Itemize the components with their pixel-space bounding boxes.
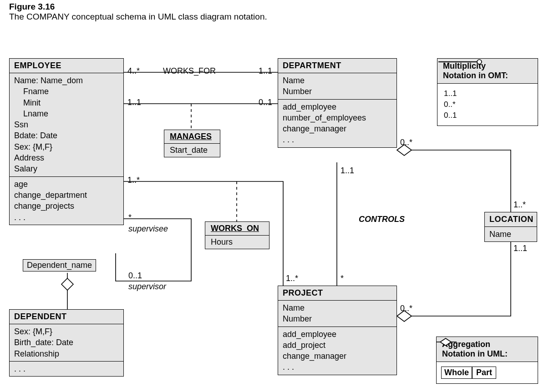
op: add_project (283, 340, 392, 351)
op: . . . (283, 362, 392, 372)
attr: Number (283, 86, 392, 97)
attr: Salary (14, 163, 119, 174)
attr: Number (283, 313, 392, 324)
class-title: PROJECT (278, 286, 396, 301)
legend-body: 1..1 0..* 0..1 (437, 84, 538, 126)
class-employee: EMPLOYEE Name: Name_dom Fname Minit Lnam… (9, 58, 124, 225)
op: add_employee (283, 101, 392, 112)
op: . . . (14, 363, 119, 374)
role-supervisor: supervisor (128, 282, 166, 291)
mult-dept-loc-loc: 1..* (513, 200, 526, 210)
op: add_employee (283, 329, 392, 340)
class-department: DEPARTMENT Name Number add_employee numb… (278, 58, 397, 148)
legend-aggregation: Aggregation Notation in UML: Whole Part (436, 337, 538, 384)
mult-manages-right: 0..1 (259, 98, 272, 107)
assoc-title: WORKS_ON (205, 222, 269, 236)
mult-works-for-left: 4..* (127, 66, 140, 76)
qualifier-dependent-name: Dependent_name (23, 259, 96, 271)
svg-marker-15 (440, 338, 451, 346)
attr: Minit (14, 97, 119, 108)
mult-supervisor-zerone: 0..1 (128, 271, 142, 281)
svg-marker-8 (61, 278, 73, 290)
operations: . . . (10, 362, 123, 376)
op: change_manager (283, 351, 392, 362)
class-title: DEPARTMENT (278, 59, 396, 73)
attr: Name (489, 229, 532, 240)
mult-controls-top: 1..1 (341, 166, 354, 176)
mult-works-on-left: 1..* (127, 176, 140, 185)
op: . . . (283, 134, 392, 145)
mult-dept-loc-dept: 0..* (400, 138, 412, 147)
class-dependent: DEPENDENT Sex: {M,F} Birth_date: Date Re… (9, 309, 124, 377)
class-project: PROJECT Name Number add_employee add_pro… (278, 286, 397, 375)
attributes: Name Number (278, 73, 396, 100)
attr: Bdate: Date (14, 130, 119, 141)
mult-supervisee-star: * (128, 213, 132, 222)
assoc-attr: Start_date (164, 144, 220, 157)
op: change_manager (283, 123, 392, 134)
attr: Relationship (14, 348, 119, 359)
legend-body: Whole Part (437, 362, 538, 383)
assoc-class-manages: MANAGES Start_date (164, 130, 220, 157)
attributes: Name (485, 227, 537, 241)
operations: add_employee number_of_employees change_… (278, 100, 396, 147)
assoc-attr: Hours (205, 236, 269, 249)
diamond-icon (437, 337, 457, 347)
op: number_of_employees (283, 112, 392, 123)
attr: Sex: {M,F} (14, 326, 119, 337)
assoc-name-controls: CONTROLS (359, 215, 405, 224)
attr: Fname (14, 86, 119, 97)
mult-manages-left: 1..1 (127, 98, 141, 107)
operations: add_employee add_project change_manager … (278, 327, 396, 375)
assoc-title: MANAGES (164, 130, 220, 144)
legend-omt: Multiplicity Notation in OMT: 1..1 0..* … (437, 58, 538, 126)
operations: age change_department change_projects . … (10, 177, 123, 225)
attributes: Name Number (278, 301, 396, 327)
op: . . . (14, 212, 119, 223)
attr: Name (283, 302, 392, 313)
mult-proj-loc-loc: 1..1 (513, 244, 527, 253)
attr: Ssn (14, 119, 119, 130)
attr: Sex: {M,F} (14, 141, 119, 152)
attr: Address (14, 152, 119, 163)
mult-works-for-right: 1..1 (259, 66, 272, 76)
attr: Name: Name_dom (14, 75, 119, 86)
mult-controls-bottom: 1..* (286, 274, 298, 283)
attr: Lname (14, 108, 119, 119)
svg-point-13 (477, 60, 482, 64)
role-supervisee: supervisee (128, 224, 168, 234)
class-title: DEPENDENT (10, 310, 123, 324)
attr: Name (283, 75, 392, 86)
class-title: EMPLOYEE (10, 59, 123, 73)
assoc-class-works-on: WORKS_ON Hours (205, 221, 269, 249)
class-title: LOCATION (485, 212, 537, 227)
agg-whole: Whole (441, 367, 472, 379)
mult-proj-loc-proj: 0..* (400, 304, 412, 313)
op: change_projects (14, 201, 119, 211)
attributes: Name: Name_dom Fname Minit Lname Ssn Bda… (10, 73, 123, 177)
op: age (14, 179, 119, 190)
attr: Birth_date: Date (14, 337, 119, 348)
class-location: LOCATION Name (484, 212, 537, 242)
mult-works-on-right: * (341, 274, 344, 283)
op: change_department (14, 190, 119, 201)
agg-part: Part (472, 367, 496, 379)
assoc-name-works-for: WORKS_FOR (163, 66, 216, 76)
attributes: Sex: {M,F} Birth_date: Date Relationship (10, 324, 123, 362)
